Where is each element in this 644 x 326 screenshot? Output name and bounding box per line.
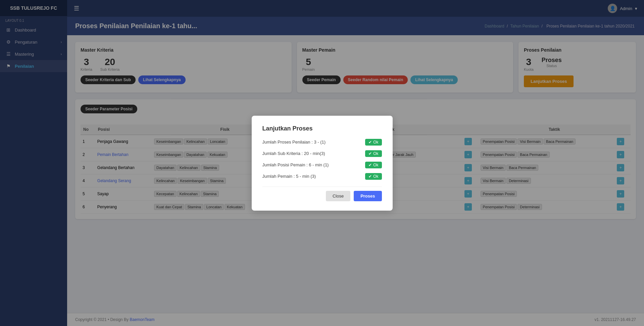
modal-badge-3: ✔ Ok (365, 162, 382, 168)
modal-row-3: Jumlah Posisi Pemain : 6 - min (1) ✔ Ok (262, 162, 382, 168)
modal-row-4: Jumlah Pemain : 5 - min (3) ✔ Ok (262, 173, 382, 180)
check-icon-3: ✔ (368, 163, 372, 167)
modal-label-2: Jumlah Sub Kriteria : 20 - min(3) (262, 151, 365, 156)
modal-row-2: Jumlah Sub Kriteria : 20 - min(3) ✔ Ok (262, 150, 382, 157)
check-icon-2: ✔ (368, 151, 372, 156)
modal-badge-2: ✔ Ok (365, 150, 382, 157)
check-icon-4: ✔ (368, 174, 372, 179)
proses-modal-button[interactable]: Proses (354, 191, 382, 201)
modal-footer: Close Proses (262, 186, 382, 201)
modal-title: Lanjutkan Proses (262, 125, 382, 132)
modal-label-4: Jumlah Pemain : 5 - min (3) (262, 174, 365, 179)
modal-overlay: Lanjutkan Proses Jumlah Proses Penilaian… (0, 0, 644, 326)
modal-badge-1: ✔ Ok (365, 139, 382, 146)
modal-badge-4: ✔ Ok (365, 173, 382, 180)
modal-row-1: Jumlah Proses Penilaian : 3 - (1) ✔ Ok (262, 139, 382, 146)
modal: Lanjutkan Proses Jumlah Proses Penilaian… (252, 116, 393, 211)
check-icon-1: ✔ (368, 140, 372, 145)
modal-label-3: Jumlah Posisi Pemain : 6 - min (1) (262, 162, 365, 167)
close-modal-button[interactable]: Close (326, 191, 350, 201)
modal-label-1: Jumlah Proses Penilaian : 3 - (1) (262, 140, 365, 145)
